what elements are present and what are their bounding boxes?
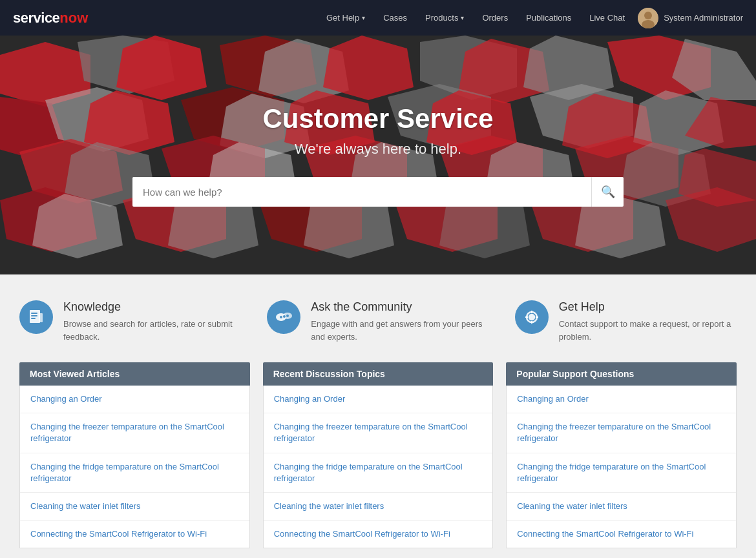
search-input[interactable] [132, 177, 591, 207]
list-item[interactable]: Changing the fridge temparature on the S… [507, 453, 736, 493]
recent-discussion-panel-header: Recent Discussion Topics [263, 362, 494, 386]
list-item[interactable]: Changing the freezer temparature on the … [264, 413, 493, 453]
user-name-label: System Administrator [664, 13, 743, 23]
list-item[interactable]: Changing the fridge temparature on the S… [20, 453, 249, 493]
svg-rect-57 [31, 318, 36, 319]
list-item[interactable]: Changing an Order [507, 386, 736, 413]
knowledge-card-desc: Browse and search for articles, rate or … [63, 318, 241, 343]
knowledge-icon [19, 300, 53, 334]
community-card-title: Ask the Community [311, 300, 488, 314]
svg-rect-55 [31, 313, 37, 314]
nav-publications[interactable]: Publications [518, 8, 579, 28]
list-item[interactable]: Changing the fridge temparature on the S… [264, 453, 493, 493]
logo-service-text: service [13, 10, 59, 26]
cards-section: Knowledge Browse and search for articles… [0, 274, 756, 362]
hero-content: Customer Service We're always here to he… [0, 103, 756, 207]
get-help-card[interactable]: Get Help Contact support to make a reque… [515, 300, 737, 343]
caret-icon: ▾ [461, 14, 464, 21]
nav-cases[interactable]: Cases [375, 8, 415, 28]
svg-point-62 [283, 315, 286, 318]
svg-rect-58 [39, 313, 43, 322]
search-bar: 🔍 [132, 177, 624, 207]
list-item[interactable]: Connecting the SmartCool Refrigerator to… [507, 521, 736, 548]
nav-get-help[interactable]: Get Help ▾ [319, 8, 373, 28]
hero-subtitle: We're always here to help. [13, 141, 743, 158]
community-card-desc: Engage with and get answers from your pe… [311, 318, 488, 343]
most-viewed-panel-header: Most Viewed Articles [19, 362, 250, 386]
list-item[interactable]: Connecting the SmartCool Refrigerator to… [20, 521, 249, 548]
list-item[interactable]: Cleaning the water inlet filters [264, 493, 493, 521]
avatar [638, 8, 658, 28]
search-button[interactable]: 🔍 [591, 177, 624, 207]
nav-live-chat[interactable]: Live Chat [582, 8, 633, 28]
hero-section: Customer Service We're always here to he… [0, 36, 756, 274]
nav-products[interactable]: Products ▾ [417, 8, 472, 28]
svg-point-61 [280, 316, 282, 318]
get-help-card-title: Get Help [559, 300, 737, 314]
search-icon: 🔍 [601, 185, 615, 199]
caret-icon: ▾ [362, 14, 365, 21]
popular-support-panel-header: Popular Support Questions [506, 362, 737, 386]
community-card-text: Ask the Community Engage with and get an… [311, 300, 488, 343]
popular-support-panel-body: Changing an OrderChanging the freezer te… [506, 386, 737, 548]
community-icon [267, 300, 300, 334]
user-menu[interactable]: System Administrator [638, 8, 743, 28]
list-item[interactable]: Connecting the SmartCool Refrigerator to… [264, 521, 493, 548]
get-help-card-text: Get Help Contact support to make a reque… [559, 300, 737, 343]
popular-support-panel: Popular Support QuestionsChanging an Ord… [506, 362, 737, 548]
knowledge-card-text: Knowledge Browse and search for articles… [63, 300, 241, 343]
list-item[interactable]: Cleaning the water inlet filters [20, 493, 249, 521]
nav-orders[interactable]: Orders [474, 8, 516, 28]
get-help-card-desc: Contact support to make a request, or re… [559, 318, 737, 343]
community-card[interactable]: Ask the Community Engage with and get an… [267, 300, 488, 343]
list-item[interactable]: Cleaning the water inlet filters [507, 493, 736, 521]
list-item[interactable]: Changing the freezer temparature on the … [20, 413, 249, 453]
svg-rect-56 [31, 315, 37, 316]
logo-now-text: now [59, 10, 88, 26]
knowledge-card[interactable]: Knowledge Browse and search for articles… [19, 300, 241, 343]
svg-point-1 [644, 12, 652, 19]
list-item[interactable]: Changing the freezer temparature on the … [507, 413, 736, 453]
list-item[interactable]: Changing an Order [20, 386, 249, 413]
avatar-image [638, 8, 658, 28]
logo[interactable]: servicenow [13, 10, 88, 26]
list-item[interactable]: Changing an Order [264, 386, 493, 413]
most-viewed-panel-body: Changing an OrderChanging the freezer te… [19, 386, 250, 548]
navbar: servicenow Get Help ▾ Cases Products ▾ O… [0, 0, 756, 36]
svg-point-63 [286, 315, 289, 317]
hero-title: Customer Service [13, 103, 743, 134]
recent-discussion-panel: Recent Discussion TopicsChanging an Orde… [263, 362, 494, 548]
knowledge-card-title: Knowledge [63, 300, 241, 314]
recent-discussion-panel-body: Changing an OrderChanging the freezer te… [263, 386, 494, 548]
nav-links: Get Help ▾ Cases Products ▾ Orders Publi… [319, 8, 633, 28]
most-viewed-panel: Most Viewed ArticlesChanging an OrderCha… [19, 362, 250, 548]
lists-section: Most Viewed ArticlesChanging an OrderCha… [0, 362, 756, 558]
get-help-icon [515, 300, 549, 334]
